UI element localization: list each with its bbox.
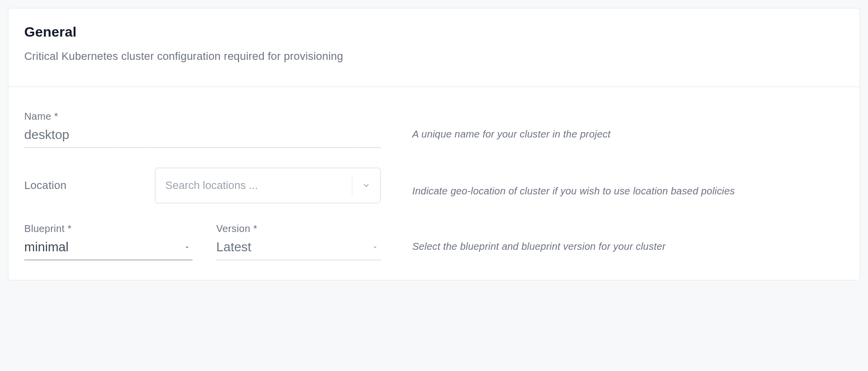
location-search-input[interactable] xyxy=(155,179,352,192)
blueprint-value: minimal xyxy=(24,239,69,255)
version-label: Version * xyxy=(216,223,381,234)
name-input[interactable] xyxy=(24,124,381,148)
blueprint-label: Blueprint * xyxy=(24,223,193,234)
version-value: Latest xyxy=(216,239,251,255)
general-settings-card: General Critical Kubernetes cluster conf… xyxy=(8,8,860,280)
location-combobox[interactable] xyxy=(155,168,381,203)
section-subtitle: Critical Kubernetes cluster configuratio… xyxy=(24,50,844,63)
card-header: General Critical Kubernetes cluster conf… xyxy=(8,8,860,87)
section-title: General xyxy=(24,24,844,40)
blueprint-help-text: Select the blueprint and blueprint versi… xyxy=(412,237,844,256)
name-row: Name * A unique name for your cluster in… xyxy=(24,111,844,148)
caret-down-icon xyxy=(184,244,191,251)
location-label: Location xyxy=(24,179,67,191)
blueprint-select[interactable]: minimal xyxy=(24,236,193,260)
location-help-text: Indicate geo-location of cluster if you … xyxy=(412,182,844,200)
caret-down-icon xyxy=(372,244,379,251)
name-help-text: A unique name for your cluster in the pr… xyxy=(412,125,844,143)
location-row: Location Indicate geo-location of clu xyxy=(24,168,844,203)
chevron-down-icon xyxy=(362,182,370,189)
name-label: Name * xyxy=(24,111,381,122)
version-select[interactable]: Latest xyxy=(216,236,381,260)
blueprint-row: Blueprint * minimal Version * Latest xyxy=(24,223,844,260)
location-dropdown-toggle[interactable] xyxy=(352,182,380,189)
card-body: Name * A unique name for your cluster in… xyxy=(8,87,860,280)
